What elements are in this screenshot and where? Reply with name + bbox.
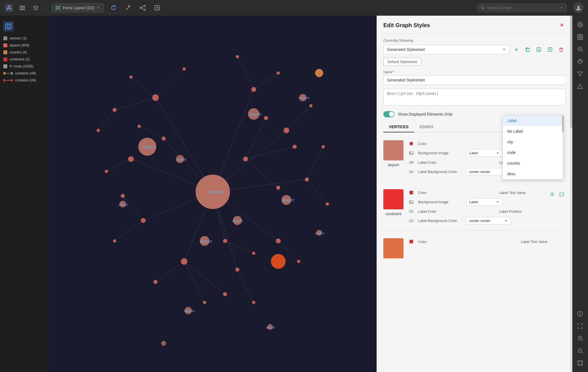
text-icon-continent: AD bbox=[408, 208, 415, 215]
table-icon[interactable] bbox=[575, 31, 586, 43]
edit-btn[interactable] bbox=[123, 3, 133, 13]
share-btn[interactable] bbox=[138, 3, 148, 13]
refresh-btn[interactable] bbox=[108, 3, 119, 13]
settings-btn-continent[interactable] bbox=[548, 190, 556, 198]
legend-color-version bbox=[3, 36, 7, 40]
tab-edges[interactable]: EDGES bbox=[414, 122, 439, 132]
svg-text:airport: airport bbox=[209, 189, 224, 195]
svg-marker-22 bbox=[6, 24, 11, 29]
map-icon bbox=[3, 21, 13, 31]
legend-label-contains1: contains (49) bbox=[15, 71, 36, 75]
svg-line-156 bbox=[582, 340, 583, 341]
export-stylesheet-btn[interactable] bbox=[546, 45, 554, 54]
legend-item-version[interactable]: version (1) bbox=[0, 35, 49, 42]
legend-item-contains2[interactable]: contains (49) bbox=[0, 77, 49, 84]
help-icon[interactable] bbox=[575, 308, 586, 319]
legend-color-route bbox=[3, 64, 7, 68]
label-color-label-continent: Label Color bbox=[418, 209, 463, 214]
svg-point-6 bbox=[59, 6, 60, 7]
import-stylesheet-btn[interactable] bbox=[534, 45, 543, 54]
target-icon[interactable] bbox=[575, 19, 586, 30]
export-btn[interactable] bbox=[152, 3, 162, 13]
fit-icon[interactable] bbox=[575, 357, 586, 369]
delete-stylesheet-btn[interactable] bbox=[557, 45, 566, 54]
show-displayed-toggle[interactable] bbox=[383, 111, 395, 117]
svg-point-74 bbox=[113, 108, 117, 112]
legend-edge-contains1 bbox=[3, 72, 13, 74]
zoom-out-icon[interactable] bbox=[575, 345, 586, 356]
svg-point-119 bbox=[161, 341, 166, 346]
image-icon-continent bbox=[408, 199, 415, 205]
label-text-select-airport[interactable]: Label bbox=[466, 149, 502, 157]
svg-text:airport: airport bbox=[299, 96, 309, 100]
search-zoom-icon[interactable] bbox=[575, 44, 586, 55]
svg-rect-3 bbox=[20, 9, 25, 10]
tab-vertices[interactable]: VERTICES bbox=[383, 122, 414, 132]
prop-row-labelbg-continent: AD Label Background Color center center bbox=[408, 217, 544, 224]
legend-label-version: version (1) bbox=[10, 36, 27, 40]
svg-point-84 bbox=[309, 104, 313, 107]
svg-line-20 bbox=[484, 9, 485, 10]
dropdown-item-label[interactable]: Label bbox=[503, 115, 564, 126]
svg-point-83 bbox=[277, 71, 280, 75]
dropdown-item-country[interactable]: country bbox=[503, 158, 564, 169]
legend-item-country[interactable]: country (4) bbox=[0, 49, 49, 56]
zoom-in-icon[interactable] bbox=[575, 333, 586, 344]
stylesheet-select[interactable]: Generated Stylesheet bbox=[383, 45, 510, 54]
description-input[interactable] bbox=[383, 89, 566, 106]
label-select-continent[interactable]: Label bbox=[466, 198, 502, 206]
graph-area[interactable]: airport airport airport airport airport … bbox=[49, 16, 377, 372]
legend-label-airport: airport (459) bbox=[10, 43, 29, 47]
label-color-label-airport: Label Color bbox=[418, 160, 463, 165]
close-button[interactable]: ✕ bbox=[558, 21, 566, 29]
copy-stylesheet-btn[interactable] bbox=[523, 45, 532, 54]
svg-text:airport: airport bbox=[142, 144, 155, 149]
name-input[interactable] bbox=[383, 75, 566, 85]
default-stylesheet-btn[interactable]: Default Stylesheet bbox=[383, 58, 421, 66]
stylesheet-row: Generated Stylesheet bbox=[383, 45, 566, 54]
svg-point-75 bbox=[322, 145, 325, 148]
search-box[interactable] bbox=[477, 4, 567, 12]
prop-row-labelcolor-continent: AD Label Color Label Position bbox=[408, 208, 544, 215]
svg-point-7 bbox=[56, 9, 57, 10]
svg-point-81 bbox=[121, 194, 125, 198]
dropdown-item-no-label[interactable]: No Label bbox=[503, 126, 564, 137]
legend-label-continent: continent (2) bbox=[10, 57, 30, 61]
filter-icon[interactable] bbox=[575, 68, 586, 79]
delete-btn-continent[interactable] bbox=[558, 190, 566, 198]
svg-text:airport: airport bbox=[250, 112, 261, 116]
svg-point-89 bbox=[105, 170, 108, 173]
legend-item-airport[interactable]: airport (459) bbox=[0, 42, 49, 49]
svg-point-150 bbox=[580, 60, 580, 60]
svg-point-63 bbox=[305, 177, 309, 182]
dropdown-item-city[interactable]: city bbox=[503, 137, 564, 147]
node-label-airport: airport bbox=[388, 163, 399, 167]
color-icon-airport bbox=[408, 140, 415, 147]
legend-item-contains1[interactable]: contains (49) bbox=[0, 70, 49, 77]
triangle-icon[interactable] bbox=[575, 81, 586, 92]
layers-icon[interactable] bbox=[31, 3, 40, 12]
menu-icon[interactable] bbox=[18, 3, 27, 12]
legend-item-continent[interactable]: continent (2) bbox=[0, 56, 49, 63]
svg-line-16 bbox=[141, 6, 144, 8]
svg-point-69 bbox=[162, 137, 166, 141]
center-center-select-continent[interactable]: center center bbox=[466, 217, 511, 224]
dropdown-item-code[interactable]: code bbox=[503, 147, 564, 158]
layout-selector[interactable]: Force Layout (D3) bbox=[52, 3, 104, 12]
add-stylesheet-btn[interactable] bbox=[512, 45, 521, 54]
search-input[interactable] bbox=[487, 6, 560, 10]
panel-scroll-bar[interactable] bbox=[570, 16, 572, 372]
svg-text:airport: airport bbox=[200, 239, 212, 244]
svg-point-72 bbox=[129, 76, 133, 79]
bg-image-label-continent: Background Image bbox=[418, 200, 463, 204]
expand-icon[interactable] bbox=[575, 320, 586, 332]
svg-point-21 bbox=[577, 6, 580, 8]
dropdown-item-desc[interactable]: desc bbox=[503, 169, 564, 179]
legend-label-route: ↻ route (2005) bbox=[10, 64, 33, 68]
node-label-continent: continent bbox=[386, 212, 402, 216]
node-actions-continent bbox=[548, 190, 566, 198]
legend-item-route[interactable]: ↻ route (2005) bbox=[0, 63, 49, 70]
svg-point-8 bbox=[59, 9, 60, 10]
svg-point-149 bbox=[579, 61, 579, 61]
palette-icon[interactable] bbox=[575, 56, 586, 67]
